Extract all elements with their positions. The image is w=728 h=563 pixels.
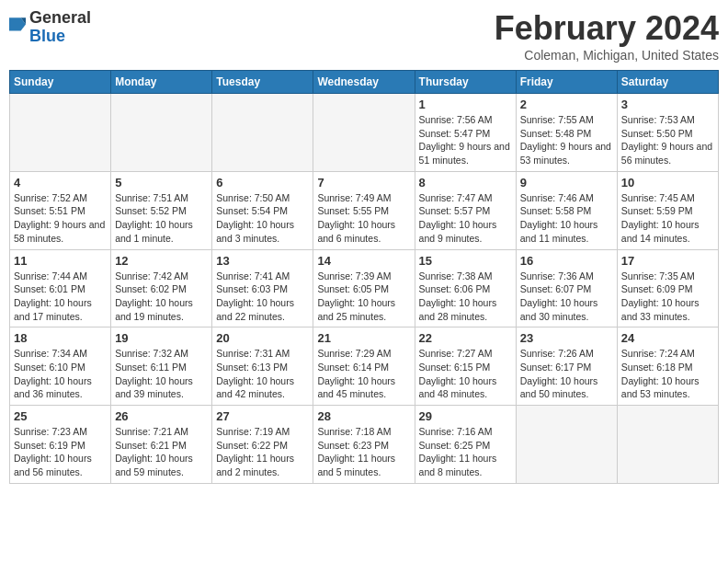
day-info: Sunrise: 7:34 AMSunset: 6:10 PMDaylight:… bbox=[14, 347, 107, 401]
day-cell: 18Sunrise: 7:34 AMSunset: 6:10 PMDayligh… bbox=[10, 327, 111, 406]
day-cell bbox=[516, 406, 617, 484]
day-info: Sunrise: 7:41 AMSunset: 6:03 PMDaylight:… bbox=[216, 270, 309, 324]
week-row-0: 1Sunrise: 7:56 AMSunset: 5:47 PMDaylight… bbox=[10, 94, 719, 172]
day-cell bbox=[10, 94, 111, 172]
day-info: Sunrise: 7:36 AMSunset: 6:07 PMDaylight:… bbox=[520, 270, 613, 324]
header-cell-saturday: Saturday bbox=[617, 71, 718, 94]
day-cell: 2Sunrise: 7:55 AMSunset: 5:48 PMDaylight… bbox=[516, 94, 617, 172]
header-cell-friday: Friday bbox=[516, 71, 617, 94]
day-cell: 16Sunrise: 7:36 AMSunset: 6:07 PMDayligh… bbox=[516, 249, 617, 327]
day-cell: 7Sunrise: 7:49 AMSunset: 5:55 PMDaylight… bbox=[313, 171, 415, 249]
day-number: 19 bbox=[115, 331, 208, 345]
day-info: Sunrise: 7:46 AMSunset: 5:58 PMDaylight:… bbox=[520, 191, 613, 246]
day-cell: 28Sunrise: 7:18 AMSunset: 6:23 PMDayligh… bbox=[313, 406, 415, 484]
header-row: SundayMondayTuesdayWednesdayThursdayFrid… bbox=[10, 71, 719, 94]
day-number: 20 bbox=[216, 331, 309, 345]
day-number: 1 bbox=[419, 98, 512, 111]
day-cell: 8Sunrise: 7:47 AMSunset: 5:57 PMDaylight… bbox=[415, 171, 516, 249]
day-info: Sunrise: 7:50 AMSunset: 5:54 PMDaylight:… bbox=[216, 191, 309, 246]
day-number: 3 bbox=[621, 98, 714, 111]
day-cell: 20Sunrise: 7:31 AMSunset: 6:13 PMDayligh… bbox=[212, 327, 313, 406]
day-number: 21 bbox=[317, 331, 410, 345]
day-info: Sunrise: 7:45 AMSunset: 5:59 PMDaylight:… bbox=[621, 191, 714, 246]
logo-icon bbox=[9, 17, 26, 38]
header-cell-sunday: Sunday bbox=[10, 71, 111, 94]
day-info: Sunrise: 7:52 AMSunset: 5:51 PMDaylight:… bbox=[14, 191, 107, 246]
header-cell-monday: Monday bbox=[111, 71, 212, 94]
day-number: 17 bbox=[621, 254, 714, 268]
day-cell: 11Sunrise: 7:44 AMSunset: 6:01 PMDayligh… bbox=[10, 249, 111, 327]
day-number: 6 bbox=[216, 176, 309, 190]
logo: General Blue bbox=[9, 9, 91, 46]
header-cell-wednesday: Wednesday bbox=[313, 71, 415, 94]
day-cell bbox=[313, 94, 415, 172]
day-info: Sunrise: 7:55 AMSunset: 5:48 PMDaylight:… bbox=[520, 113, 613, 167]
day-cell: 19Sunrise: 7:32 AMSunset: 6:11 PMDayligh… bbox=[111, 327, 212, 406]
day-number: 16 bbox=[520, 254, 613, 268]
day-info: Sunrise: 7:39 AMSunset: 6:05 PMDaylight:… bbox=[317, 270, 410, 324]
day-cell: 27Sunrise: 7:19 AMSunset: 6:22 PMDayligh… bbox=[212, 406, 313, 484]
day-info: Sunrise: 7:16 AMSunset: 6:25 PMDaylight:… bbox=[419, 425, 512, 479]
day-number: 7 bbox=[317, 176, 410, 190]
week-row-3: 18Sunrise: 7:34 AMSunset: 6:10 PMDayligh… bbox=[10, 327, 719, 406]
day-info: Sunrise: 7:23 AMSunset: 6:19 PMDaylight:… bbox=[14, 425, 107, 479]
day-info: Sunrise: 7:27 AMSunset: 6:15 PMDaylight:… bbox=[419, 347, 512, 401]
week-row-4: 25Sunrise: 7:23 AMSunset: 6:19 PMDayligh… bbox=[10, 406, 719, 484]
day-cell: 6Sunrise: 7:50 AMSunset: 5:54 PMDaylight… bbox=[212, 171, 313, 249]
day-number: 28 bbox=[317, 409, 410, 423]
day-cell: 10Sunrise: 7:45 AMSunset: 5:59 PMDayligh… bbox=[617, 171, 718, 249]
day-number: 11 bbox=[14, 254, 107, 268]
day-cell: 17Sunrise: 7:35 AMSunset: 6:09 PMDayligh… bbox=[617, 249, 718, 327]
day-info: Sunrise: 7:38 AMSunset: 6:06 PMDaylight:… bbox=[419, 270, 512, 324]
day-info: Sunrise: 7:42 AMSunset: 6:02 PMDaylight:… bbox=[115, 270, 208, 324]
logo-text: General Blue bbox=[29, 9, 91, 46]
location: Coleman, Michigan, United States bbox=[495, 48, 719, 63]
day-number: 15 bbox=[419, 254, 512, 268]
day-cell: 24Sunrise: 7:24 AMSunset: 6:18 PMDayligh… bbox=[617, 327, 718, 406]
week-row-1: 4Sunrise: 7:52 AMSunset: 5:51 PMDaylight… bbox=[10, 171, 719, 249]
day-number: 8 bbox=[419, 176, 512, 190]
header-cell-tuesday: Tuesday bbox=[212, 71, 313, 94]
day-info: Sunrise: 7:19 AMSunset: 6:22 PMDaylight:… bbox=[216, 425, 309, 479]
day-cell: 26Sunrise: 7:21 AMSunset: 6:21 PMDayligh… bbox=[111, 406, 212, 484]
day-cell: 1Sunrise: 7:56 AMSunset: 5:47 PMDaylight… bbox=[415, 94, 516, 172]
day-info: Sunrise: 7:18 AMSunset: 6:23 PMDaylight:… bbox=[317, 425, 410, 479]
day-number: 27 bbox=[216, 409, 309, 423]
day-number: 4 bbox=[14, 176, 107, 190]
calendar-header: SundayMondayTuesdayWednesdayThursdayFrid… bbox=[10, 71, 719, 94]
day-cell: 12Sunrise: 7:42 AMSunset: 6:02 PMDayligh… bbox=[111, 249, 212, 327]
calendar-table: SundayMondayTuesdayWednesdayThursdayFrid… bbox=[9, 70, 719, 484]
day-number: 24 bbox=[621, 331, 714, 345]
day-number: 18 bbox=[14, 331, 107, 345]
day-info: Sunrise: 7:56 AMSunset: 5:47 PMDaylight:… bbox=[419, 113, 512, 167]
day-number: 22 bbox=[419, 331, 512, 345]
day-info: Sunrise: 7:51 AMSunset: 5:52 PMDaylight:… bbox=[115, 191, 208, 246]
day-info: Sunrise: 7:32 AMSunset: 6:11 PMDaylight:… bbox=[115, 347, 208, 401]
day-cell: 15Sunrise: 7:38 AMSunset: 6:06 PMDayligh… bbox=[415, 249, 516, 327]
day-cell bbox=[617, 406, 718, 484]
day-number: 10 bbox=[621, 176, 714, 190]
day-cell: 22Sunrise: 7:27 AMSunset: 6:15 PMDayligh… bbox=[415, 327, 516, 406]
day-number: 9 bbox=[520, 176, 613, 190]
logo-general: General bbox=[29, 9, 91, 28]
month-title: February 2024 bbox=[495, 9, 719, 48]
day-info: Sunrise: 7:44 AMSunset: 6:01 PMDaylight:… bbox=[14, 270, 107, 324]
day-number: 14 bbox=[317, 254, 410, 268]
day-number: 23 bbox=[520, 331, 613, 345]
day-cell: 4Sunrise: 7:52 AMSunset: 5:51 PMDaylight… bbox=[10, 171, 111, 249]
day-info: Sunrise: 7:24 AMSunset: 6:18 PMDaylight:… bbox=[621, 347, 714, 401]
day-cell: 29Sunrise: 7:16 AMSunset: 6:25 PMDayligh… bbox=[415, 406, 516, 484]
day-cell bbox=[111, 94, 212, 172]
day-cell: 21Sunrise: 7:29 AMSunset: 6:14 PMDayligh… bbox=[313, 327, 415, 406]
day-cell: 23Sunrise: 7:26 AMSunset: 6:17 PMDayligh… bbox=[516, 327, 617, 406]
logo-blue: Blue bbox=[29, 28, 91, 46]
day-info: Sunrise: 7:29 AMSunset: 6:14 PMDaylight:… bbox=[317, 347, 410, 401]
day-cell: 5Sunrise: 7:51 AMSunset: 5:52 PMDaylight… bbox=[111, 171, 212, 249]
day-info: Sunrise: 7:26 AMSunset: 6:17 PMDaylight:… bbox=[520, 347, 613, 401]
day-number: 5 bbox=[115, 176, 208, 190]
day-info: Sunrise: 7:49 AMSunset: 5:55 PMDaylight:… bbox=[317, 191, 410, 246]
calendar-body: 1Sunrise: 7:56 AMSunset: 5:47 PMDaylight… bbox=[10, 94, 719, 484]
day-cell: 3Sunrise: 7:53 AMSunset: 5:50 PMDaylight… bbox=[617, 94, 718, 172]
day-cell bbox=[212, 94, 313, 172]
day-cell: 9Sunrise: 7:46 AMSunset: 5:58 PMDaylight… bbox=[516, 171, 617, 249]
